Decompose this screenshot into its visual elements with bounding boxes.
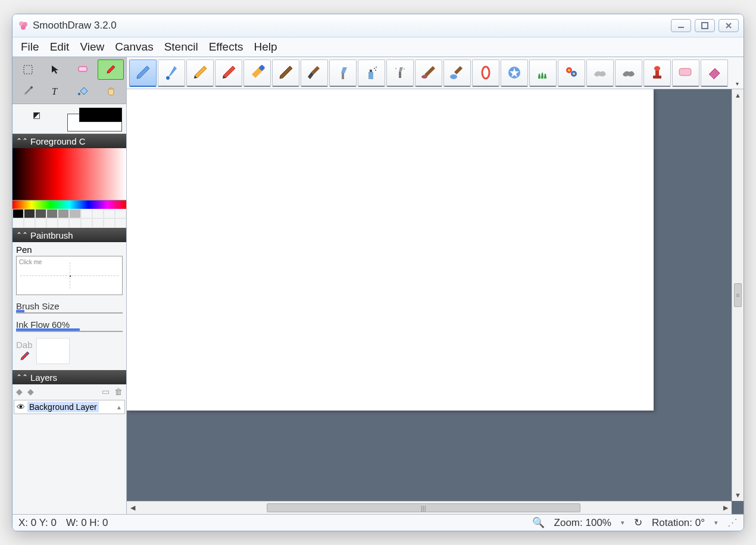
menu-edit[interactable]: Edit [50,40,70,54]
paintbrush-panel-header[interactable]: ⌃⌃ Paintbrush [13,228,126,242]
svg-point-21 [421,75,427,79]
menu-stencil[interactable]: Stencil [164,40,198,54]
tool-grid: T [13,57,126,104]
dust-brush[interactable] [386,59,414,87]
svg-rect-4 [702,23,708,29]
ink-brush[interactable] [158,59,185,87]
pen-curve-editor[interactable]: Click me [16,256,123,295]
status-rotation: Rotation: 0° [652,517,705,529]
resize-grip-icon[interactable]: ⋰ [727,516,738,529]
palette-greys[interactable] [13,209,126,218]
smudge-brush[interactable] [415,59,442,87]
toolbar-overflow-icon[interactable]: ▾ [733,79,741,87]
scroll-left-icon[interactable]: ◀ [127,504,139,512]
close-button[interactable] [718,19,739,32]
color-picker-field[interactable] [13,148,126,201]
dab-brush-icon[interactable] [18,350,31,363]
window-title: SmoothDraw 3.2.0 [33,20,671,32]
grass-brush[interactable] [529,59,557,87]
eraser-soft-brush[interactable] [672,59,699,87]
titlebar: SmoothDraw 3.2.0 [13,14,743,37]
spray-brush[interactable] [358,59,385,87]
scroll-right-icon[interactable]: ▶ [720,504,732,512]
stamp-brush[interactable] [643,59,671,87]
foreground-color-swatch[interactable] [79,108,122,122]
menu-effects[interactable]: Effects [209,40,243,54]
fan-brush[interactable] [329,59,357,87]
red-pencil-brush[interactable] [215,59,242,87]
eraser-hard-brush[interactable] [701,59,728,87]
pen-brush[interactable] [129,59,157,87]
svg-rect-12 [342,73,344,79]
horizontal-scrollbar[interactable]: ◀ ||| ▶ [127,501,732,514]
wet-brush[interactable] [443,59,471,87]
drawing-canvas[interactable] [127,89,654,411]
menu-view[interactable]: View [80,40,104,54]
app-window: SmoothDraw 3.2.0 File Edit View Canvas S… [12,14,744,531]
pencil-brush[interactable] [186,59,214,87]
paintbrush-panel: Pen Click me Brush Size Ink Flow 60% Dab [13,242,126,370]
svg-rect-14 [370,70,372,72]
menu-help[interactable]: Help [254,40,277,54]
paintbrush-brush[interactable] [301,59,328,87]
svg-point-22 [450,74,457,79]
chalk-brush[interactable] [615,59,642,87]
fill-bucket-tool[interactable] [70,81,96,101]
svg-point-28 [573,73,575,75]
star-brush[interactable] [501,59,528,87]
layer-down-icon[interactable]: ◆ [27,387,34,396]
maximize-button[interactable] [695,19,715,32]
dab-row: Dab [16,338,123,368]
arrow-tool[interactable] [42,59,68,80]
sidebar: T ◩ ⌃⌃ Foreground C ⌃⌃ [13,57,127,514]
flower-brush[interactable] [558,59,585,87]
svg-point-16 [376,67,377,68]
color-swap-area: ◩ [13,104,126,134]
rotation-dropdown-icon[interactable]: ▾ [714,519,718,527]
statusbar: X: 0 Y: 0 W: 0 H: 0 🔍 Zoom: 100% ▾ ↻ Rot… [13,514,743,531]
palette-empty[interactable] [13,218,126,228]
collapse-icon: ⌃⌃ [16,137,28,145]
layer-visibility-icon[interactable]: 👁 [17,402,25,412]
hand-pan-tool[interactable] [98,81,124,101]
dab-preview[interactable] [36,338,70,364]
minimize-button[interactable] [671,19,691,32]
menu-file[interactable]: File [21,40,39,54]
vscroll-thumb[interactable]: ≡ [734,283,742,307]
scroll-down-icon[interactable]: ▼ [732,489,743,501]
ink-flow-slider[interactable]: Ink Flow 60% [16,320,123,332]
delete-layer-icon[interactable]: 🗑 [114,387,123,396]
brush-size-slider[interactable]: Brush Size [16,301,123,314]
layer-item[interactable]: 👁 Background Layer ▲ [14,400,125,414]
svg-point-19 [395,68,396,69]
layers-panel-header[interactable]: ⌃⌃ Layers [13,370,126,384]
status-zoom: Zoom: 100% [554,517,611,529]
scroll-up-icon[interactable]: ▲ [732,89,743,101]
zoom-dropdown-icon[interactable]: ▾ [621,519,624,527]
brown-brush[interactable] [272,59,299,87]
eraser-small-tool[interactable] [70,59,96,80]
hue-bar[interactable] [13,201,126,209]
menu-canvas[interactable]: Canvas [115,40,153,54]
window-controls [671,19,739,32]
layer-scroll-up[interactable]: ▲ [116,404,122,411]
new-layer-icon[interactable]: ▭ [102,387,110,396]
vertical-scrollbar[interactable]: ▲ ≡ ▼ [732,89,743,501]
brush-tool[interactable] [98,59,124,80]
foreground-panel-header[interactable]: ⌃⌃ Foreground C [13,134,126,148]
svg-point-9 [78,93,80,95]
svg-rect-13 [368,72,373,79]
sponge-brush[interactable] [586,59,614,87]
swap-colors-icon[interactable]: ◩ [33,110,40,120]
select-rect-tool[interactable] [15,59,41,80]
eyedropper-tool[interactable] [15,81,41,101]
oil-brush[interactable] [472,59,499,87]
pen-label: Pen [16,245,123,255]
main-area: ▾ ▲ ≡ ▼ ◀ ||| ▶ [127,57,743,514]
menubar: File Edit View Canvas Stencil Effects He… [13,37,743,57]
svg-text:T: T [52,86,58,96]
layer-up-icon[interactable]: ◆ [16,387,23,396]
hscroll-thumb[interactable]: ||| [267,503,580,512]
text-tool[interactable]: T [42,81,68,101]
felt-pen-brush[interactable] [243,59,271,87]
